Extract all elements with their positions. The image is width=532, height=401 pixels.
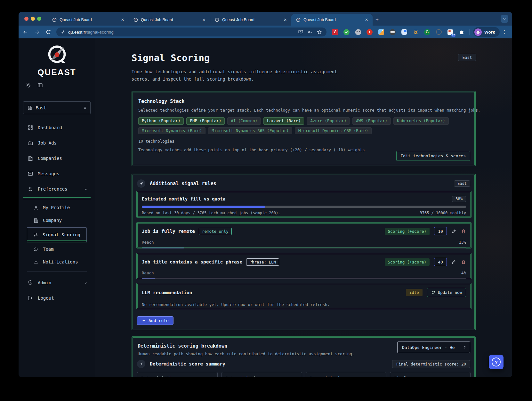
tech-chip[interactable]: PHP (Popular) [186, 117, 225, 125]
rule-card-remote: Job is fully remote remote only Scoring … [136, 222, 472, 248]
ring-extension-icon[interactable] [435, 29, 442, 35]
chevron-down-icon [84, 187, 88, 191]
tech-chip[interactable]: Microsoft Dynamics (Rare) [138, 127, 206, 135]
page-title: Signal Scoring [132, 52, 210, 63]
rule-reach-bar [142, 247, 466, 248]
theme-toggle-sun-icon[interactable] [26, 83, 31, 88]
browser-menu-icon[interactable]: ⋮ [502, 29, 507, 35]
breakdown-description: Human-readable path showing how each rul… [138, 351, 354, 356]
install-app-icon[interactable] [298, 29, 303, 35]
tech-chip[interactable]: Microsoft Dynamics 365 (Popular) [208, 127, 292, 135]
tab-strip: Queast Job Board ✕ Queast Job Board ✕ Qu… [47, 14, 382, 26]
final-score-badge: Final deterministic score: 20 [392, 360, 470, 368]
sidebar-item-companies[interactable]: Companies [19, 151, 95, 166]
preferences-active-underline [23, 197, 91, 199]
tab-close-icon[interactable]: ✕ [120, 17, 125, 23]
site-settings-icon[interactable] [60, 29, 65, 35]
zoom-window-button[interactable] [37, 17, 41, 21]
incognito-extension-icon[interactable] [389, 29, 396, 35]
org-selector[interactable]: East [23, 101, 91, 114]
stat-box: Deterministic cap [222, 372, 302, 377]
sidebar-item-company[interactable]: Company [19, 214, 95, 227]
sidebar-item-signal-scoring-active[interactable]: Signal Scoring [27, 227, 87, 242]
password-key-icon[interactable] [307, 29, 313, 35]
tab-close-icon[interactable]: ✕ [282, 17, 288, 23]
trash-icon [461, 229, 466, 234]
sidebar-item-job-ads[interactable]: Job Ads [19, 135, 95, 151]
rule-score-input[interactable]: 40 [434, 258, 447, 266]
sidebar-item-team[interactable]: Team [19, 243, 95, 256]
extensions-puzzle-icon[interactable] [458, 29, 465, 35]
technology-count: 10 technologies [138, 139, 469, 144]
help-button[interactable]: ? [489, 355, 504, 369]
tab-title: Queast Job Board [141, 18, 198, 22]
score-summary-title: Deterministic score summary [150, 361, 225, 366]
llm-title: LLM recommendation [142, 290, 192, 295]
quota-caption: Based on last 30 days / 3765 tech-matche… [142, 211, 280, 215]
browser-tab[interactable]: Queast Job Board ✕ [210, 14, 291, 26]
address-bar[interactable]: qu.east.fi/signal-scoring [56, 28, 326, 36]
sidebar-item-notifications[interactable]: Notifications [19, 256, 95, 268]
minimize-window-button[interactable] [31, 17, 35, 21]
profile-chip[interactable]: Work [473, 27, 500, 37]
queast-favicon-icon [296, 17, 301, 22]
edit-rule-button[interactable] [451, 229, 456, 234]
tech-chip[interactable]: Python (Popular) [138, 117, 184, 125]
tech-chip[interactable]: AWS (Popular) [352, 117, 391, 125]
tech-chip[interactable]: Microsoft Dynamics CRM (Rare) [295, 127, 372, 135]
tech-chip[interactable]: Azure (Popular) [307, 117, 350, 125]
tech-chip[interactable]: Laravel (Rare) [263, 117, 304, 125]
back-button[interactable] [20, 27, 30, 37]
job-selector[interactable]: DataOps Engineer - He [397, 342, 470, 353]
sidebar-item-admin[interactable]: Admin [19, 275, 95, 290]
tab-close-icon[interactable]: ✕ [364, 17, 369, 23]
forward-button[interactable] [32, 27, 42, 37]
signal-rules-title: Additional signal rules [150, 181, 216, 186]
browser-tab-active[interactable]: Queast Job Board ✕ [291, 14, 373, 26]
collapse-sidebar-icon[interactable] [37, 83, 43, 88]
add-rule-button[interactable]: Add rule [137, 316, 173, 325]
tab-close-icon[interactable]: ✕ [201, 17, 207, 23]
browser-tab[interactable]: Queast Job Board ✕ [129, 14, 210, 26]
url-text[interactable]: qu.east.fi/signal-scoring [68, 30, 298, 35]
rule-scoring-badge: Scoring (+score) [385, 258, 430, 266]
delete-rule-button[interactable] [461, 259, 466, 264]
octopus-extension-icon[interactable] [355, 29, 361, 35]
hand-blocker-extension-icon[interactable] [366, 29, 373, 35]
chevron-right-icon [84, 281, 88, 285]
browser-tab[interactable]: Queast Job Board ✕ [47, 14, 129, 26]
hourglass-extension-icon[interactable] [412, 29, 419, 35]
new-tab-button[interactable]: + [373, 14, 382, 26]
tech-chip[interactable]: Kubernetes (Popular) [393, 117, 449, 125]
edit-technologies-button[interactable]: Edit technologies & scores [396, 151, 471, 161]
logout-icon [28, 295, 33, 301]
calendar-extension-icon[interactable]: 17 [447, 29, 454, 35]
building-icon [33, 218, 39, 223]
reload-button[interactable] [44, 27, 53, 37]
extensions-row: Z G 17 [332, 29, 465, 35]
tab-title: Queast Job Board [303, 18, 361, 22]
update-now-button[interactable]: Update now [427, 288, 466, 297]
grammarly-extension-icon[interactable]: G [424, 29, 431, 35]
profile-avatar [474, 28, 482, 36]
tech-chip[interactable]: AI (Common) [227, 117, 261, 125]
check-extension-icon[interactable] [343, 29, 350, 35]
rule-score-input[interactable]: 10 [434, 227, 447, 235]
edit-rule-button[interactable] [451, 259, 456, 264]
sidebar-item-dashboard[interactable]: Dashboard [19, 120, 95, 135]
clock-extension-icon[interactable] [401, 29, 407, 35]
delete-rule-button[interactable] [461, 229, 466, 234]
close-window-button[interactable] [24, 17, 28, 21]
sidebar-item-preferences[interactable]: Preferences [19, 181, 95, 197]
sidebar-item-messages[interactable]: Messages [19, 166, 95, 181]
photos-extension-icon[interactable] [378, 29, 384, 35]
rule-reach-bar [142, 278, 466, 279]
zotero-extension-icon[interactable]: Z [332, 29, 338, 35]
sidebar-item-logout[interactable]: Logout [19, 290, 95, 306]
technology-chips: Python (Popular)PHP (Popular)AI (Common)… [138, 117, 469, 137]
building-icon [28, 155, 33, 161]
bookmark-star-icon[interactable] [317, 29, 322, 35]
tab-search-button[interactable] [501, 15, 508, 23]
sidebar-item-my-profile[interactable]: My Profile [19, 201, 95, 214]
rule-scoring-badge: Scoring (+score) [385, 228, 430, 235]
